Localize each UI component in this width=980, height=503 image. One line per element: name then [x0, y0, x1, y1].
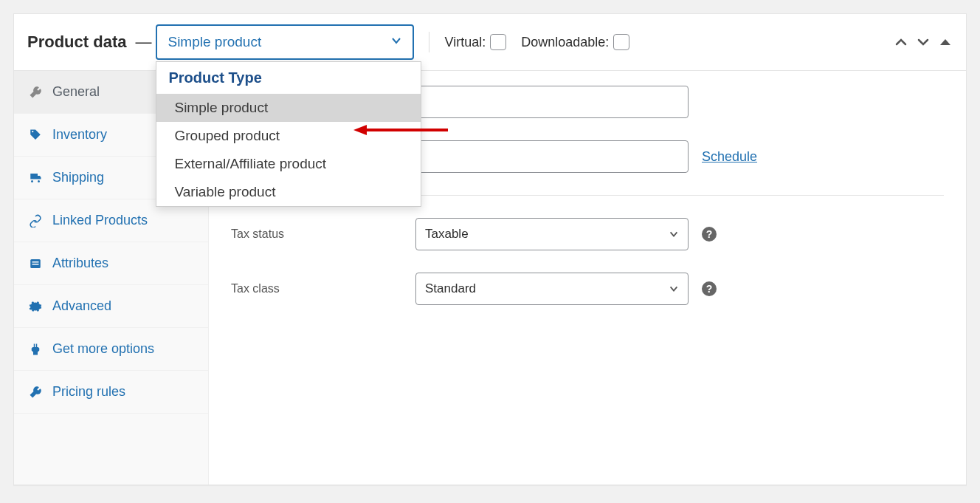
dropdown-group-label: Product Type	[156, 62, 421, 94]
tab-label: Shipping	[52, 170, 104, 185]
tax-class-label: Tax class	[231, 282, 415, 295]
title-dash: —	[135, 32, 151, 52]
plug-icon	[29, 343, 42, 356]
downloadable-toggle-group: Downloadable:	[521, 34, 629, 50]
chevron-down-icon	[669, 229, 679, 239]
dropdown-option-grouped[interactable]: Grouped product	[156, 122, 421, 150]
svg-rect-2	[32, 264, 39, 265]
virtual-checkbox[interactable]	[490, 34, 506, 50]
downloadable-checkbox[interactable]	[613, 34, 629, 50]
chevron-down-icon	[669, 284, 679, 294]
tax-status-value: Taxable	[425, 227, 469, 242]
sale-price-input[interactable]	[415, 140, 689, 173]
help-icon[interactable]: ?	[702, 281, 717, 296]
tab-label: Inventory	[52, 127, 107, 143]
virtual-toggle-group: Virtual:	[444, 34, 506, 50]
tab-label: Advanced	[52, 298, 111, 314]
product-type-select[interactable]: Simple product Product Type Simple produ…	[156, 24, 414, 60]
dropdown-option-simple[interactable]: Simple product	[156, 94, 421, 122]
product-type-value: Simple product	[168, 34, 261, 50]
virtual-label: Virtual:	[444, 35, 486, 50]
tab-label: Attributes	[52, 256, 108, 271]
dropdown-option-external[interactable]: External/Affiliate product	[156, 150, 421, 178]
tax-status-label: Tax status	[231, 227, 415, 241]
tab-label: Linked Products	[52, 213, 148, 228]
tab-pricing-rules[interactable]: Pricing rules	[14, 371, 208, 414]
tab-get-more-options[interactable]: Get more options	[14, 328, 208, 371]
panel-header: Product data — Simple product Product Ty…	[14, 14, 966, 71]
tax-class-row: Tax class Standard ?	[231, 273, 944, 305]
tax-status-row: Tax status Taxable ?	[231, 218, 944, 250]
tab-label: General	[52, 84, 100, 100]
truck-icon	[29, 171, 42, 185]
product-data-panel: Product data — Simple product Product Ty…	[13, 13, 967, 485]
move-up-icon[interactable]	[894, 35, 908, 49]
list-icon	[29, 257, 42, 270]
panel-title: Product data	[27, 32, 126, 52]
tag-icon	[29, 129, 42, 142]
chevron-down-icon	[390, 34, 402, 50]
tax-status-select[interactable]: Taxable	[415, 218, 689, 250]
downloadable-label: Downloadable:	[521, 35, 609, 50]
product-type-dropdown: Product Type Simple product Grouped prod…	[156, 61, 421, 207]
help-icon[interactable]: ?	[702, 227, 717, 242]
wrench-icon	[29, 386, 42, 399]
schedule-link[interactable]: Schedule	[702, 149, 757, 165]
separator	[429, 32, 429, 52]
tab-label: Get more options	[52, 341, 154, 357]
collapse-up-icon[interactable]	[938, 35, 953, 49]
tax-class-value: Standard	[425, 281, 476, 296]
move-down-icon[interactable]	[916, 35, 931, 49]
panel-header-controls	[894, 35, 953, 49]
dropdown-option-variable[interactable]: Variable product	[156, 178, 421, 206]
link-icon	[29, 214, 42, 227]
tab-advanced[interactable]: Advanced	[14, 285, 208, 328]
tax-class-select[interactable]: Standard	[415, 273, 689, 305]
svg-rect-1	[32, 261, 39, 263]
gear-icon	[29, 300, 42, 313]
tab-attributes[interactable]: Attributes	[14, 242, 208, 285]
wrench-icon	[29, 86, 42, 99]
regular-price-input[interactable]	[415, 86, 689, 118]
tab-label: Pricing rules	[52, 384, 125, 400]
